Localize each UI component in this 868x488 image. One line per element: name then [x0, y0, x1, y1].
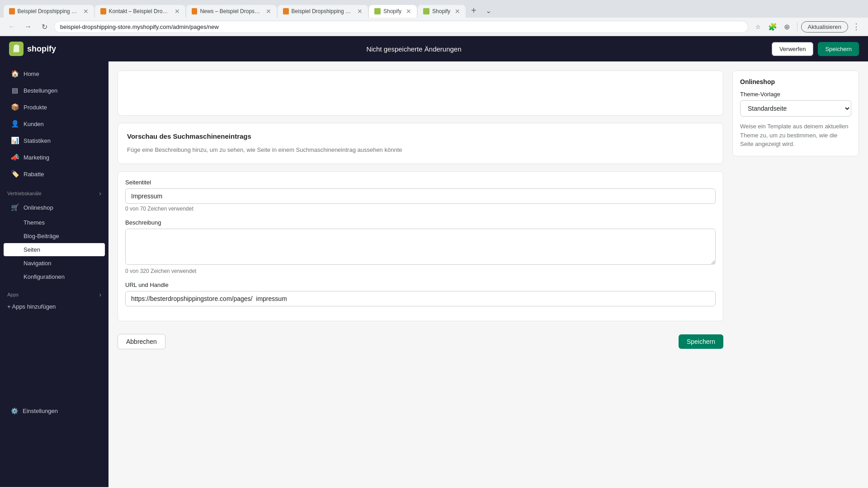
bookmark-button[interactable]: ☆ [752, 20, 764, 33]
menu-button[interactable]: ⋮ [850, 20, 863, 33]
url-input[interactable] [125, 291, 716, 306]
sidebar-item-home[interactable]: 🏠 Home [4, 66, 105, 82]
tab-favicon-4 [283, 8, 289, 14]
sidebar-item-kunden[interactable]: 👤 Kunden [4, 116, 105, 132]
tab-favicon-3 [192, 8, 197, 14]
tab-close-3[interactable]: ✕ [266, 8, 271, 15]
sidebar-sub-item-navigation[interactable]: Navigation [4, 257, 105, 270]
tab-favicon-2 [100, 8, 106, 14]
back-button[interactable]: ← [5, 20, 18, 33]
seo-card: Vorschau des Suchmaschineneintrags Füge … [118, 123, 723, 164]
browser-toolbar: ← → ↻ ☆ 🧩 ⊕ Aktualisieren ⋮ [0, 18, 868, 36]
sidebar-label-kunden: Kunden [24, 121, 44, 127]
abbrechen-button[interactable]: Abbrechen [118, 334, 165, 349]
seo-card-title: Vorschau des Suchmaschineneintrags [127, 132, 714, 140]
sidebar-label-rabatte: Rabatte [24, 171, 44, 178]
sidebar-section-apps: Apps › [0, 284, 108, 300]
theme-vorlage-select[interactable]: Standardseite [740, 100, 851, 117]
browser-tab-1[interactable]: Beispiel Dropshipping Stor... ✕ [4, 5, 94, 18]
sidebar-sub-item-themes[interactable]: Themes [4, 216, 105, 229]
tab-close-5[interactable]: ✕ [406, 8, 411, 15]
sidebar-item-onlineshop[interactable]: 🛒 Onlineshop [4, 199, 105, 216]
sidebar-sub-item-konfigurationen[interactable]: Konfigurationen [4, 270, 105, 283]
sidebar-label-onlineshop: Onlineshop [24, 204, 53, 211]
reload-button[interactable]: ↻ [38, 20, 51, 33]
vertriebskanaele-label: Vertriebskanäle [7, 191, 42, 196]
address-bar[interactable] [54, 21, 748, 33]
add-apps-label: + Apps hinzufügen [7, 303, 56, 310]
tab-close-1[interactable]: ✕ [83, 8, 89, 15]
aktualisieren-button[interactable]: Aktualisieren [801, 21, 848, 33]
browser-tab-3[interactable]: News – Beispiel Dropshipp... ✕ [186, 5, 277, 18]
browser-tab-2[interactable]: Kontakt – Beispiel Dropshi... ✕ [95, 5, 185, 18]
sidebar-section-vertriebskanaele: Vertriebskanäle › [0, 183, 108, 199]
beschreibung-char-count: 0 von 320 Zeichen verwendet [125, 268, 716, 274]
sidebar-label-home: Home [24, 70, 39, 77]
seitentitel-input[interactable] [125, 188, 716, 204]
apps-chevron: › [99, 291, 101, 298]
browser-tab-6[interactable]: Shopify ✕ [418, 5, 466, 18]
stats-icon: 📊 [11, 136, 19, 145]
shopify-logo-icon [9, 42, 24, 56]
app-header: shopify Nicht gespeicherte Änderungen Ve… [0, 36, 868, 61]
sidebar-add-apps[interactable]: + Apps hinzufügen [0, 300, 108, 313]
vertriebskanaele-chevron: › [99, 190, 101, 197]
new-tab-button[interactable]: + [467, 4, 481, 18]
placeholder-card [118, 70, 723, 116]
tab-close-6[interactable]: ✕ [455, 8, 460, 15]
url-label: URL und Handle [125, 282, 716, 288]
sidebar-item-bestellungen[interactable]: ▤ Bestellungen [4, 82, 105, 99]
sidebar-item-einstellungen[interactable]: ⚙️ Einstellungen [4, 404, 105, 418]
tab-label-5: Shopify [383, 8, 401, 14]
apps-label: Apps [7, 292, 19, 297]
sidebar-item-produkte[interactable]: 📦 Produkte [4, 99, 105, 115]
tab-label-3: News – Beispiel Dropshipp... [200, 8, 261, 14]
beschreibung-label: Beschreibung [125, 219, 716, 226]
panel-section-title: Onlineshop [740, 78, 851, 85]
browser-actions: ☆ 🧩 ⊕ Aktualisieren ⋮ [752, 20, 863, 33]
theme-vorlage-label: Theme-Vorlage [740, 91, 851, 98]
settings-icon: ⚙️ [11, 408, 18, 414]
tab-label-1: Beispiel Dropshipping Stor... [18, 8, 79, 14]
forward-button[interactable]: → [22, 20, 34, 33]
tabs-menu-button[interactable]: ⌄ [482, 5, 495, 17]
tab-close-2[interactable]: ✕ [175, 8, 180, 15]
verwerfen-button[interactable]: Verwerfen [772, 42, 814, 56]
seo-card-description: Füge eine Beschreibung hinzu, um zu sehe… [127, 145, 714, 155]
sidebar-item-marketing[interactable]: 📣 Marketing [4, 149, 105, 165]
extensions-button[interactable]: 🧩 [766, 20, 779, 33]
main-layout: 🏠 Home ▤ Bestellungen 📦 Produkte 👤 Kunde… [0, 61, 868, 487]
content-area: Vorschau des Suchmaschineneintrags Füge … [108, 61, 868, 364]
browser-tab-5[interactable]: Shopify ✕ [369, 5, 417, 18]
seo-form-card: Seitentitel 0 von 70 Zeichen verwendet B… [118, 171, 723, 321]
tab-label-2: Kontakt – Beispiel Dropshi... [109, 8, 170, 14]
speichern-bottom-button[interactable]: Speichern [679, 334, 723, 349]
sidebar-label-einstellungen: Einstellungen [23, 408, 58, 414]
tab-label-6: Shopify [432, 8, 450, 14]
sidebar-item-rabatte[interactable]: 🏷️ Rabatte [4, 166, 105, 182]
tab-favicon-5 [374, 8, 381, 14]
main-content-column: Vorschau des Suchmaschineneintrags Füge … [118, 70, 723, 355]
sidebar-sub-item-blog[interactable]: Blog-Beiträge [4, 230, 105, 243]
content-wrapper: Vorschau des Suchmaschineneintrags Füge … [108, 61, 868, 487]
shopify-logo-text: shopify [27, 44, 56, 54]
beschreibung-textarea[interactable] [125, 229, 716, 265]
tab-close-4[interactable]: ✕ [357, 8, 363, 15]
right-panel-body: Onlineshop Theme-Vorlage Standardseite W… [733, 71, 859, 156]
home-icon: 🏠 [11, 70, 19, 78]
sidebar-label-statistiken: Statistiken [24, 137, 51, 144]
browser-tabs: Beispiel Dropshipping Stor... ✕ Kontakt … [0, 0, 868, 18]
speichern-header-button[interactable]: Speichern [818, 42, 859, 56]
bottom-actions: Abbrechen Speichern [118, 328, 723, 355]
profile-button[interactable]: ⊕ [781, 20, 793, 33]
browser-tab-4[interactable]: Beispiel Dropshipping Stor... ✕ [278, 5, 368, 18]
app-container: shopify Nicht gespeicherte Änderungen Ve… [0, 36, 868, 487]
browser-chrome: Beispiel Dropshipping Stor... ✕ Kontakt … [0, 0, 868, 36]
beschreibung-group: Beschreibung 0 von 320 Zeichen verwendet [125, 219, 716, 274]
right-panel: Onlineshop Theme-Vorlage Standardseite W… [732, 70, 859, 355]
tab-label-4: Beispiel Dropshipping Stor... [292, 8, 353, 14]
sidebar-sub-item-seiten[interactable]: Seiten [4, 243, 105, 256]
onlineshop-icon: 🛒 [11, 203, 19, 211]
sidebar-item-statistiken[interactable]: 📊 Statistiken [4, 132, 105, 149]
sidebar-label-produkte: Produkte [24, 104, 47, 111]
